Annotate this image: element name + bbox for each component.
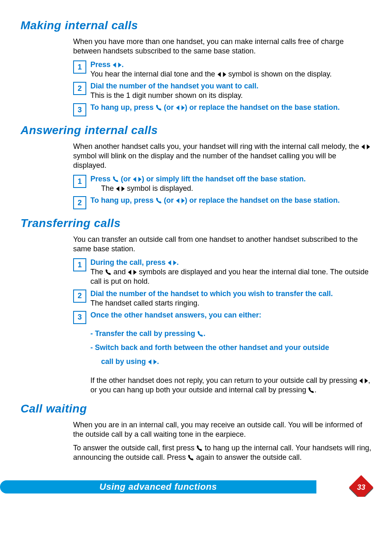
opt-text: call by using [101,357,148,366]
step-number: 3 [73,103,86,116]
left-right-icon [168,260,177,266]
p2-text: To answer the outside call, first press [73,444,196,452]
transferring-step-2: 2 Dial the number of the handset to whic… [73,289,371,308]
step-number: 1 [73,60,86,74]
step-number: 2 [73,82,86,95]
instr-text: To hang up, press [90,103,156,111]
transferring-intro: You can transfer an outside call from on… [73,235,371,254]
step-body-text: and [111,268,128,276]
making-step-2: 2 Dial the number of the handset you wan… [73,81,371,100]
page-number: 33 [351,477,371,497]
answering-step-2: 2 To hang up, press (or ) or replace the… [73,196,371,209]
step-number: 2 [73,196,86,209]
step-number: 3 [73,311,86,324]
left-right-icon [176,198,185,204]
left-right-icon [148,359,157,365]
instr-text: Dial the number of the handset to which … [90,290,333,298]
left-right-icon [176,105,185,111]
transfer-note: If the other handset does not reply, you… [90,376,371,395]
step-number: 1 [73,258,86,271]
note-text: If the other handset does not reply, you… [90,376,359,385]
transferring-step-3: 3 Once the other handset answers, you ca… [73,310,371,324]
left-right-icon [361,144,370,150]
phone-icon [197,331,203,337]
step-body-text: The [101,184,116,192]
step-number: 1 [73,175,86,188]
step-body-text: The [90,268,105,276]
making-intro: When you have more than one handset, you… [73,37,371,56]
note-text: . [314,386,316,394]
opt-text: . [203,329,205,338]
opt-text: - Transfer the call by pressing [90,329,197,338]
step-body-text: symbol is shown on the display. [226,70,332,78]
intro-text: When another handset calls you, your han… [73,142,361,151]
left-right-icon [113,62,122,68]
instr-text: ) or replace the handset on the base sta… [185,196,340,204]
instr-text: To hang up, press [90,196,156,204]
instr-text: (or [162,196,176,204]
p2-text: again to answer the outside call. [194,453,302,461]
left-right-icon [116,186,125,192]
callwaiting-p2: To answer the outside call, first press … [73,443,371,462]
phone-icon [308,387,314,393]
section-title-making: Making internal calls [21,19,371,32]
section-title-answering: Answering internal calls [21,124,371,137]
intro-text: symbol will blink on the display and the… [73,152,336,169]
step-body-text: This is the 1 digit number shown on its … [90,91,243,100]
left-right-icon [133,176,142,182]
instr-text: . [177,258,179,266]
left-right-icon [128,269,137,275]
left-right-icon [217,72,226,77]
instr-text: Press [90,175,113,183]
instr-text: (or [162,103,176,111]
answering-intro: When another handset calls you, your han… [73,142,371,170]
instr-text: (or [119,175,133,183]
page-footer: Using advanced functions 33 [0,478,392,497]
step-number: 2 [73,290,86,303]
left-right-icon [359,378,368,384]
page-number-badge: 33 [351,477,371,497]
making-step-3: 3 To hang up, press (or ) or replace the… [73,103,371,116]
opt-text: . [157,357,159,366]
section-title-transferring: Transferring calls [21,217,371,230]
phone-icon [105,269,111,275]
phone-icon [113,176,119,182]
instr-text: . [122,60,124,69]
making-step-1: 1 Press . You hear the internal dial ton… [73,60,371,79]
transfer-option-2: - Switch back and forth between the othe… [90,341,371,354]
step-body-text: You hear the internal dial tone and the [90,70,217,78]
phone-icon [156,197,162,204]
phone-icon [196,445,203,451]
instr-text: Press [90,60,113,69]
phone-icon [156,104,162,111]
step-body-text: symbol is displayed. [125,184,193,192]
answering-step-1: 1 Press (or ) or simply lift the handset… [73,174,371,193]
callwaiting-p1: When you are in an internal call, you ma… [73,420,371,439]
step-body-text: The handset called starts ringing. [90,299,199,307]
footer-bar: Using advanced functions [0,480,316,493]
instr-text: Dial the number of the handset you want … [90,82,258,90]
phone-icon [188,454,194,461]
instr-text: ) or simply lift the handset off the bas… [142,175,306,183]
transfer-option-1: - Transfer the call by pressing . [90,327,371,341]
instr-text: During the call, press [90,258,168,266]
instr-text: ) or replace the handset on the base sta… [185,103,340,111]
instr-text: Once the other handset answers, you can … [90,311,261,319]
transferring-step-1: 1 During the call, press . The and symbo… [73,258,371,286]
section-title-callwaiting: Call waiting [21,402,371,415]
transfer-option-2b: call by using . [101,354,371,368]
